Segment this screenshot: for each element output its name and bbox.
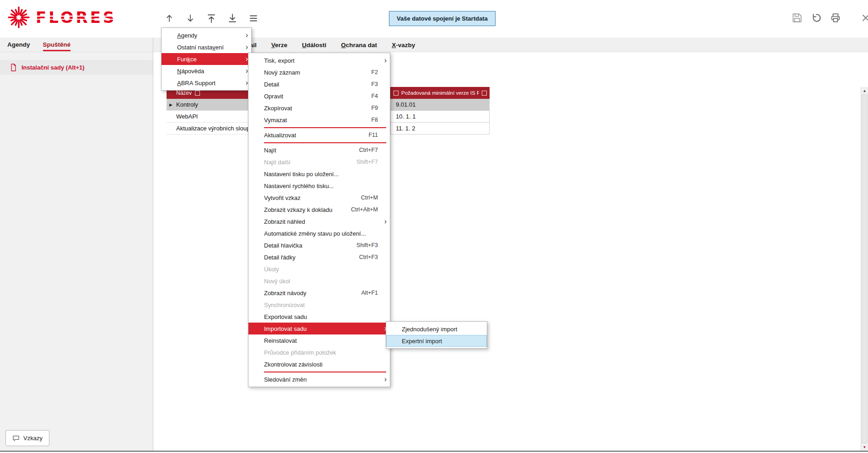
menu-item-pruvodce-pridanim-polozek[interactable]: Průvodce přidáním položek <box>248 346 390 358</box>
submenu-arrow-icon: › <box>384 57 387 64</box>
menu-item-shortcut: F11 <box>368 132 378 138</box>
menu-item-label: Zkopírovat <box>264 105 362 112</box>
menu-item-synchronizovat[interactable]: Synchronizovat <box>248 299 390 311</box>
tab-verze[interactable]: Verze <box>271 42 287 49</box>
next-record-button[interactable] <box>183 11 197 26</box>
menu-item-novy-ukol[interactable]: Nový úkol <box>248 275 390 287</box>
svg-text:FLORES: FLORES <box>36 8 116 27</box>
menu-item-ostatni-nastaveni[interactable]: Ostatní nastavení › <box>162 41 251 53</box>
tab-x-vazby[interactable]: X-vazby <box>392 42 415 49</box>
scrollbar-down-button[interactable]: ▼ <box>861 443 868 451</box>
menu-separator <box>264 127 386 128</box>
connection-status-badge[interactable]: Vaše datové spojení je Startdata <box>389 11 496 26</box>
menu-item-shortcut: Ctrl+F3 <box>359 254 378 260</box>
sidebar-tab-spustene[interactable]: Spuštěné <box>43 38 71 52</box>
print-button[interactable] <box>829 11 842 25</box>
menu-item-label: Opravit <box>264 93 362 100</box>
detail-tabs: Detail Verze Události Ochrana dat X-vazb… <box>240 38 415 52</box>
menu-item-label: Průvodce přidáním položek <box>264 349 378 356</box>
menu-item-label: Reinstalovat <box>264 337 378 344</box>
grid-column-header-verze[interactable]: Požadovaná minimální verze IS FLO... <box>390 87 490 99</box>
menu-item-label: Detail řádky <box>264 254 350 261</box>
menu-item-detail-radky[interactable]: Detail řádky Ctrl+F3 <box>248 251 390 263</box>
first-record-button[interactable] <box>205 11 218 26</box>
menu-item-importovat-sadu[interactable]: Importovat sadu › <box>248 323 390 334</box>
messages-button-label: Vzkazy <box>23 435 43 442</box>
messages-button[interactable]: Vzkazy <box>5 430 49 446</box>
menu-item-zobrazit-navody[interactable]: Zobrazit návody Alt+F1 <box>248 287 390 299</box>
menu-item-tisk-export[interactable]: Tisk, export › <box>248 54 390 66</box>
logo-starburst-icon <box>6 5 31 30</box>
menu-item-najit-dalsi[interactable]: Najít další Shift+F7 <box>248 156 390 168</box>
scrollbar-vertical[interactable]: ▲ ▼ <box>861 87 868 451</box>
menu-item-agendy[interactable]: Agendy › <box>162 29 251 41</box>
menu-item-zobrazit-vzkazy-k-dokladu[interactable]: Zobrazit vzkazy k dokladu Ctrl+Alt+M <box>248 204 390 216</box>
cell-text: Aktualizace výrobních sloupců <box>176 125 256 132</box>
menu-item-shortcut: F4 <box>371 93 378 99</box>
menu-item-zkopirovat[interactable]: Zkopírovat F9 <box>248 102 390 114</box>
scrollbar-up-button[interactable]: ▲ <box>861 87 868 94</box>
menu-item-nastaveni-tisku-po-ulozeni[interactable]: Nastavení tisku po uložení... <box>248 168 390 180</box>
menu-item-shortcut: Ctrl+F7 <box>359 147 378 153</box>
sidebar-item-instalacni-sady[interactable]: Instalační sady (Alt+1) <box>0 60 153 75</box>
menu-item-najit[interactable]: Najít Ctrl+F7 <box>248 144 390 156</box>
sidebar-tab-agendy[interactable]: Agendy <box>7 38 30 52</box>
cell-verze[interactable]: 10. 1. 1 <box>390 111 490 123</box>
menu-item-zjednoduseny-import[interactable]: Zjednodušený import <box>386 323 487 335</box>
cell-text: Kontroly <box>176 101 198 108</box>
menu-item-ukoly[interactable]: Úkoly <box>248 263 390 275</box>
menu-item-vytvorit-vzkaz[interactable]: Vytvořit vzkaz Ctrl+M <box>248 192 390 204</box>
menu-item-zkontrolovat-zavislosti[interactable]: Zkontrolovat závislosti <box>248 358 390 370</box>
menu-item-shortcut: Ctrl+M <box>361 194 378 201</box>
undo-button[interactable] <box>810 11 823 25</box>
menu-item-aktualizovat[interactable]: Aktualizovat F11 <box>248 129 390 141</box>
main-menu-button[interactable] <box>247 11 260 26</box>
last-record-button[interactable] <box>226 11 239 26</box>
cell-verze[interactable]: 9.01.01 <box>390 99 490 111</box>
tab-strip: Agendy Spuštěné Detail Verze Události Oc… <box>0 38 868 52</box>
tab-udalosti[interactable]: Události <box>302 42 326 49</box>
top-bar: FLORES <box>0 0 868 38</box>
hamburger-menu-icon <box>248 13 259 24</box>
menu-item-opravit[interactable]: Opravit F4 <box>248 90 390 102</box>
filter-box-icon[interactable] <box>195 91 200 96</box>
menu-item-label: Zobrazit návody <box>264 290 352 297</box>
menu-item-nastaveni-rychleho-tisku[interactable]: Nastavení rychlého tisku... <box>248 180 390 192</box>
menu-item-funkce[interactable]: Funkce › <box>162 53 251 65</box>
close-button[interactable] <box>859 11 868 25</box>
menu-separator <box>264 372 386 372</box>
menu-item-napoveda[interactable]: Nápověda › <box>162 65 251 77</box>
previous-record-button[interactable] <box>162 11 176 26</box>
menu-item-label: Úkoly <box>264 266 378 273</box>
menu-item-automaticke-zmeny-stavu[interactable]: Automatické změny stavu po uložení... <box>248 227 390 239</box>
sidebar-divider <box>153 38 153 451</box>
filter-box-icon[interactable] <box>482 91 487 96</box>
tab-ochrana-dat[interactable]: Ochrana dat <box>341 42 377 49</box>
menu-item-exportovat-sadu[interactable]: Exportovat sadu <box>248 311 390 323</box>
menu-item-label: ABRA Support <box>177 80 239 86</box>
menu-item-abra-support[interactable]: ABRA Support › <box>162 77 251 89</box>
menu-item-sledovani-zmen[interactable]: Sledování změn › <box>248 373 390 385</box>
menu-item-label: Agendy <box>177 32 239 39</box>
scrollbar-thumb[interactable] <box>862 94 868 443</box>
document-icon <box>10 63 17 72</box>
menu-item-detail-hlavicka[interactable]: Detail hlavička Shift+F3 <box>248 239 390 251</box>
menu-item-label: Zkontrolovat závislosti <box>264 361 378 368</box>
menu-item-label: Nastavení tisku po uložení... <box>264 171 378 178</box>
cell-text: 10. 1. 1 <box>396 113 415 120</box>
save-button[interactable] <box>791 11 803 25</box>
menu-item-detail[interactable]: Detail F3 <box>248 78 390 90</box>
cell-text: WebAPI <box>176 113 198 120</box>
menu-item-novy-zaznam[interactable]: Nový záznam F2 <box>248 66 390 78</box>
cell-verze[interactable]: 11. 1. 2 <box>390 123 490 135</box>
menu-item-shortcut: F9 <box>371 105 378 111</box>
menu-item-label: Detail hlavička <box>264 242 347 249</box>
menu-item-reinstalovat[interactable]: Reinstalovat <box>248 334 390 346</box>
menu-item-label: Ostatní nastavení <box>177 44 239 51</box>
filter-box-icon[interactable] <box>394 91 399 96</box>
app-logo: FLORES <box>6 5 127 30</box>
menu-item-vymazat[interactable]: Vymazat F8 <box>248 114 390 126</box>
menu-item-expertni-import[interactable]: Expertní import <box>386 335 487 347</box>
bottom-border-line <box>0 451 868 452</box>
menu-item-zobrazit-nahled[interactable]: Zobrazit náhled › <box>248 216 390 227</box>
